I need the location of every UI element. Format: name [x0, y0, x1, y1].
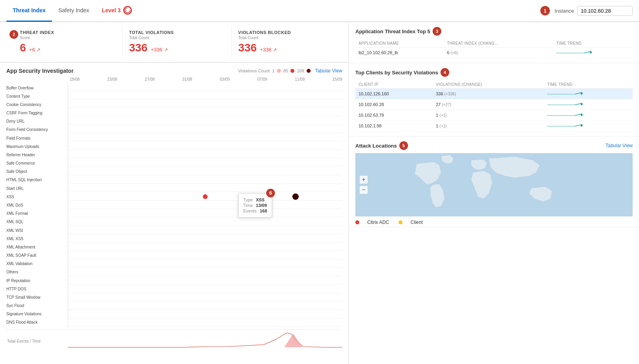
step-badge-4: 4 — [441, 68, 449, 77]
violations-blocked-value: 336 — [238, 42, 257, 54]
attack-tabular-link[interactable]: Tabular View — [606, 143, 633, 148]
main-layout: 2 THREAT INDEX Score 6 +6 ↗ TOTAL VIOLAT… — [0, 22, 639, 364]
chart-date-header: 19/08 23/08 27/08 31/08 03/09 07/09 11/0… — [6, 77, 342, 82]
table-row: 10.102.60.28 27 (+27) — [355, 99, 633, 110]
citrix-adc-dot — [355, 220, 359, 224]
chart-label-11: HTML SQL Injection — [6, 176, 68, 184]
left-panel: 2 THREAT INDEX Score 6 +6 ↗ TOTAL VIOLAT… — [0, 22, 349, 364]
col-time-trend: TIME TREND — [553, 40, 633, 47]
chart-row-26 — [68, 303, 342, 310]
threat-index-top5-section: Application Threat Index Top 5 3 APPLICA… — [349, 22, 639, 63]
svg-marker-10 — [581, 102, 583, 106]
attack-loc-title-row: Attack Locations 5 — [355, 141, 408, 150]
table-row: 10.102.1.98 1 (+1) — [355, 121, 633, 131]
threat-index-delta: +6 — [29, 47, 35, 53]
attack-loc-title: Attack Locations — [355, 143, 397, 149]
tab-level[interactable]: Level 3 — [95, 0, 138, 22]
investigator-tabular-link[interactable]: Tabular View — [315, 68, 342, 74]
col-client-ip: CLIENT IP — [355, 81, 433, 89]
top-clients-title: Top Clients by Security Violations — [355, 70, 438, 76]
chart-row-22 — [68, 269, 342, 276]
chart-label-4: Deny URL — [6, 118, 68, 125]
chart-label-16: XML SQL — [6, 218, 68, 226]
chart-label-14: XML DoS — [6, 202, 68, 209]
chart-grid: Type XSS Time 13/09 Events 168 — [68, 83, 342, 328]
threat-index-cell: 6 (+6) — [444, 47, 553, 58]
instance-dropdown[interactable]: 10.102.60.28 — [577, 6, 633, 16]
tooltip-events-value: 168 — [260, 209, 267, 213]
chart-label-19: XML Attachment — [6, 244, 68, 251]
attack-locations-section: Attack Locations 5 Tabular View — [349, 136, 639, 227]
chart-label-6: Field Formats — [6, 135, 68, 142]
chart-label-10: Safe Object — [6, 168, 68, 175]
chart-label-27: Signature Violations — [6, 311, 68, 318]
svg-marker-7 — [581, 92, 583, 95]
top-clients-section: Top Clients by Security Violations 4 CLI… — [349, 63, 639, 136]
total-violations-title: TOTAL VIOLATIONS — [129, 30, 225, 35]
dot-168-icon — [307, 69, 311, 73]
date-0709: 07/09 — [258, 77, 267, 82]
violations-cell: 27 (+27) — [433, 99, 544, 110]
right-panel: Application Threat Index Top 5 3 APPLICA… — [349, 22, 639, 364]
violation-count-85: 85 — [283, 68, 288, 73]
chart-label-28: DNS Flood Attack — [6, 319, 68, 326]
violations-blocked-subtitle: Total Count — [238, 36, 334, 40]
chart-label-17: XML WSI — [6, 227, 68, 234]
violations-blocked-delta: +336 — [260, 47, 271, 53]
threat-index-subtitle: Score — [20, 36, 116, 40]
chart-row-9 — [68, 159, 342, 167]
chart-label-24: HTTP DOS — [6, 286, 68, 293]
threat-index-arrow: ↗ — [36, 47, 40, 53]
chart-row-4 — [68, 118, 342, 125]
chart-row-2 — [68, 100, 342, 108]
timeline-label: Total Events / Time — [6, 339, 68, 343]
chart-label-8: Referrer Header — [6, 152, 68, 159]
chart-row-5 — [68, 126, 342, 133]
level-circle-icon — [123, 6, 132, 15]
chart-row-0 — [68, 84, 342, 91]
xss-dot-medium — [203, 194, 208, 199]
date-1109: 11/09 — [295, 77, 305, 82]
chart-label-25: TCP Small Window — [6, 294, 68, 301]
chart-label-7: Maximum Uploads — [6, 143, 68, 150]
tab-safety-index[interactable]: Safety Index — [52, 0, 95, 22]
chart-row-18 — [68, 235, 342, 243]
table-row: 10.102.126.160 336 (+336) — [355, 89, 633, 99]
step-badge-5: 5 — [399, 141, 408, 150]
chart-body: Buffer OverflowContent TypeCookie Consis… — [6, 83, 342, 328]
violations-cell: 1 (+1) — [433, 110, 544, 121]
step-badge-3: 3 — [433, 27, 441, 36]
instance-selector: 1 Instance 10.102.60.28 — [540, 6, 633, 16]
top-navigation: Threat Index Safety Index Level 3 1 Inst… — [0, 0, 639, 22]
chart-row-15 — [68, 210, 342, 217]
investigator-header: App Security Investigator Violations Cou… — [6, 68, 342, 74]
violations-count-label: Violations Count — [238, 68, 270, 73]
trend-sparkline — [547, 112, 583, 117]
threat-top5-header: Application Threat Index Top 5 3 — [355, 27, 633, 36]
violation-count-1: 1 — [272, 68, 275, 73]
total-violations-card: TOTAL VIOLATIONS Total Count 336 +336 ↗ — [123, 27, 232, 57]
chart-dates: 19/08 23/08 27/08 31/08 03/09 07/09 11/0… — [70, 77, 342, 82]
world-map-svg — [355, 153, 633, 216]
svg-marker-1 — [284, 334, 302, 347]
table-row: 10.102.63.79 1 (+1) — [355, 110, 633, 121]
chart-row-11 — [68, 176, 342, 184]
chart-row-24 — [68, 286, 342, 293]
chart-row-14 — [68, 202, 342, 209]
total-violations-subtitle: Total Count — [129, 36, 225, 40]
tooltip-type-value: XSS — [256, 197, 265, 202]
top-clients-header-row: CLIENT IP VIOLATIONS (CHANGE) TIME TREND — [355, 81, 633, 89]
trend-sparkline — [547, 123, 583, 128]
zoom-in-button[interactable]: + — [359, 175, 368, 184]
tab-threat-index[interactable]: Threat Index — [6, 0, 52, 22]
date-2708: 27/08 — [145, 77, 155, 82]
zoom-out-button[interactable]: − — [359, 186, 368, 194]
chart-row-19 — [68, 244, 342, 251]
col-app-name: APPLICATION NAME — [355, 40, 444, 47]
step-badge-6: 6 — [266, 189, 275, 197]
chart-label-12: Start URL — [6, 185, 68, 192]
chart-label-9: Safe Commerce — [6, 160, 68, 167]
timeline-area: Total Events / Time — [6, 329, 342, 353]
chart-label-0: Buffer Overflow — [6, 85, 68, 92]
summary-cards: 2 THREAT INDEX Score 6 +6 ↗ TOTAL VIOLAT… — [0, 22, 349, 63]
